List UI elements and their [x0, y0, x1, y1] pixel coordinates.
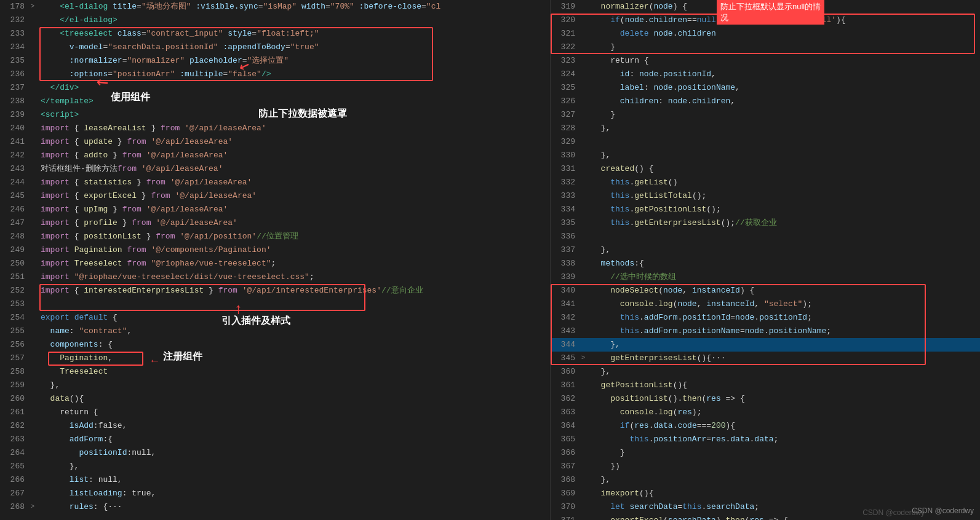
line-245: 245 import { exportExcel } from '@/api/l…	[0, 189, 550, 203]
line-257: 257 Pagination,	[0, 352, 550, 365]
line-241: 241 import { update } from '@/api/leaseA…	[0, 135, 550, 149]
line-345: 345 > getEnterprisesList(){···	[551, 352, 980, 365]
line-360: 360 },	[551, 365, 980, 379]
line-238: 238 </template>	[0, 95, 550, 108]
line-234: 234 v-model="searchData.positionId" :app…	[0, 41, 550, 54]
line-324: 324 id: node.positionId,	[551, 68, 980, 81]
line-246: 246 import { upImg } from '@/api/leaseAr…	[0, 203, 550, 216]
csdn-watermark-label: CSDN @coderdwy	[912, 506, 974, 515]
line-328: 328 },	[551, 122, 980, 135]
line-365: 365 this.positionArr=res.data.data;	[551, 433, 980, 446]
line-263: 263 addForm:{	[0, 433, 550, 446]
line-321: 321 delete node.children	[551, 27, 980, 41]
line-333: 333 this.getListTotal();	[551, 189, 980, 203]
line-240: 240 import { leaseAreaList } from '@/api…	[0, 122, 550, 135]
line-320: 320 if(node.children==null || node.child…	[551, 14, 980, 27]
line-362: 362 positionList().then(res => {	[551, 392, 980, 406]
line-255: 255 name: "contract",	[0, 325, 550, 338]
line-268: 268 > rules: {···	[0, 500, 550, 514]
line-259: 259 },	[0, 379, 550, 392]
right-code-area: 319 normalizer(node) { 320 if(node.child…	[551, 0, 980, 520]
line-341: 341 console.log(node, instanceId, "selec…	[551, 297, 980, 311]
line-233: 233 <treeselect class="contract_input" s…	[0, 27, 550, 41]
line-369: 369 imexport(){	[551, 487, 980, 500]
line-265: 265 },	[0, 460, 550, 473]
line-368: 368 },	[551, 473, 980, 487]
line-361: 361 getPositionList(){	[551, 379, 980, 392]
line-330: 330 },	[551, 149, 980, 162]
line-250: 250 import Treeselect from "@riophae/vue…	[0, 257, 550, 270]
line-267: 267 listLoading: true,	[0, 487, 550, 500]
line-334: 334 this.getPositionList();	[551, 203, 980, 216]
line-364: 364 if(res.data.code===200){	[551, 419, 980, 433]
line-264: 264 positionId:null,	[0, 446, 550, 460]
line-331: 331 created() {	[551, 162, 980, 176]
line-266: 266 list: null,	[0, 473, 550, 487]
line-260: 260 data(){	[0, 392, 550, 406]
line-335: 335 this.getEnterprisesList();//获取企业	[551, 216, 980, 230]
line-329: 329	[551, 135, 980, 149]
line-243: 243 对话框组件-删除方法from '@/api/leaseArea'	[0, 162, 550, 176]
line-235: 235 :normalizer="normalizer" placeholder…	[0, 54, 550, 68]
right-panel: 319 normalizer(node) { 320 if(node.child…	[551, 0, 980, 520]
line-338: 338 methods:{	[551, 257, 980, 270]
line-339: 339 //选中时候的数组	[551, 270, 980, 284]
line-249: 249 import Pagination from '@/components…	[0, 243, 550, 257]
line-262: 262 isAdd:false,	[0, 419, 550, 433]
line-247: 247 import { profile } from '@/api/lease…	[0, 216, 550, 230]
line-344: 344 },	[551, 338, 980, 352]
left-panel: 178 > <el-dialog title="场地分布图" :visible.…	[0, 0, 551, 520]
line-319: 319 normalizer(node) {	[551, 0, 980, 14]
line-343: 343 this.addForm.positionName=node.posit…	[551, 325, 980, 338]
line-254: 254 export default {	[0, 311, 550, 325]
line-340: 340 nodeSelect(node, instanceId) {	[551, 284, 980, 297]
line-332: 332 this.getList()	[551, 176, 980, 189]
line-336: 336	[551, 230, 980, 243]
line-367: 367 })	[551, 460, 980, 473]
line-258: 258 Treeselect	[0, 365, 550, 379]
line-237: 237 </div>	[0, 81, 550, 95]
left-code-area: 178 > <el-dialog title="场地分布图" :visible.…	[0, 0, 550, 520]
line-323: 323 return {	[551, 54, 980, 68]
line-342: 342 this.addForm.positionId=node.positio…	[551, 311, 980, 325]
line-322: 322 }	[551, 41, 980, 54]
line-366: 366 }	[551, 446, 980, 460]
line-178: 178 > <el-dialog title="场地分布图" :visible.…	[0, 0, 550, 14]
line-242: 242 import { addto } from '@/api/leaseAr…	[0, 149, 550, 162]
line-236: 236 :options="positionArr" :multiple="fa…	[0, 68, 550, 81]
line-327: 327 }	[551, 108, 980, 122]
line-325: 325 label: node.positionName,	[551, 81, 980, 95]
line-251: 251 import "@riophae/vue-treeselect/dist…	[0, 270, 550, 284]
line-363: 363 console.log(res);	[551, 406, 980, 419]
line-244: 244 import { statistics } from '@/api/le…	[0, 176, 550, 189]
line-248: 248 import { positionList } from '@/api/…	[0, 230, 550, 243]
line-256: 256 components: {	[0, 338, 550, 352]
line-239: 239 <script>	[0, 108, 550, 122]
editor-container: 178 > <el-dialog title="场地分布图" :visible.…	[0, 0, 980, 520]
line-337: 337 },	[551, 243, 980, 257]
line-261: 261 return {	[0, 406, 550, 419]
line-252: 252 import { interestedEnterprisesList }…	[0, 284, 550, 297]
line-253: 253	[0, 297, 550, 311]
line-232: 232 </el-dialog>	[0, 14, 550, 27]
line-326: 326 children: node.children,	[551, 95, 980, 108]
